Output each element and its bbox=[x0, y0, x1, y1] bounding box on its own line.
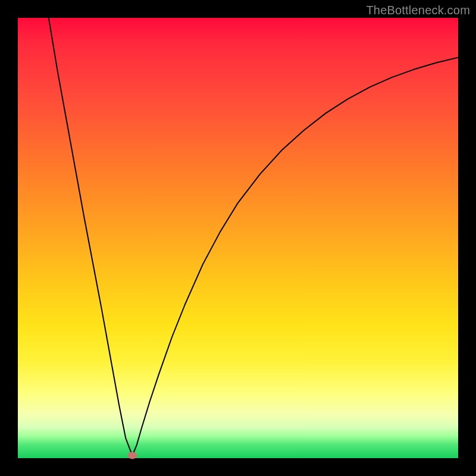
minimum-marker bbox=[127, 452, 137, 459]
bottleneck-curve bbox=[49, 18, 458, 456]
plot-area bbox=[18, 18, 458, 458]
watermark-text: TheBottleneck.com bbox=[366, 4, 470, 17]
curve-svg bbox=[18, 18, 458, 458]
chart-frame: TheBottleneck.com bbox=[0, 0, 476, 476]
